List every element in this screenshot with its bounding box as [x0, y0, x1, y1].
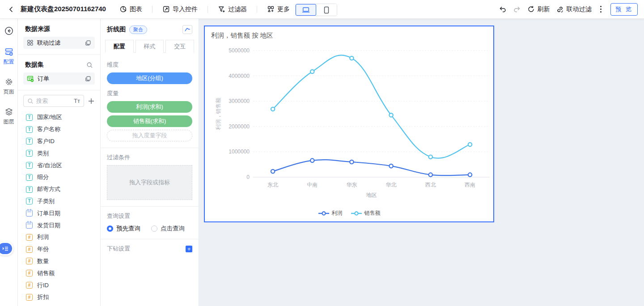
measure-pill[interactable]: 利润(求和): [107, 101, 192, 113]
field-row[interactable]: T国家/地区: [18, 111, 100, 123]
search-icon[interactable]: [86, 62, 93, 68]
component-grid-icon: [27, 39, 34, 46]
legend-marker-icon: [318, 211, 330, 216]
funnel-plus-icon: [218, 5, 225, 13]
undo-icon: [499, 5, 507, 13]
number-field-icon: #: [26, 234, 33, 241]
field-search-box[interactable]: Tᴛ: [23, 95, 84, 107]
switch-icon[interactable]: [85, 76, 91, 82]
data-point: [468, 173, 472, 176]
chart-type-label: 折线图: [107, 26, 126, 34]
rail-item-page[interactable]: 页面: [4, 77, 14, 96]
field-row[interactable]: #折扣: [18, 291, 100, 303]
dataset-table-icon: [27, 75, 34, 82]
chart-title: 利润，销售额 按 地区: [211, 31, 273, 40]
add-field-button[interactable]: [88, 98, 95, 105]
field-row[interactable]: #数量: [18, 255, 100, 268]
field-row[interactable]: T省/自治区: [18, 159, 100, 171]
data-point: [271, 107, 275, 111]
measure-pill[interactable]: 销售额(求和): [107, 115, 192, 127]
radio-pre-query[interactable]: 预先查询: [107, 225, 140, 233]
chart-type-picker-button[interactable]: [182, 25, 192, 34]
rail-item-config[interactable]: 配置: [4, 47, 14, 66]
field-row[interactable]: T子类别: [18, 196, 100, 208]
rail-item-layers[interactable]: 图层: [4, 107, 14, 126]
field-row[interactable]: T邮寄方式: [18, 183, 100, 196]
filter-drop-zone: 拖入字段或指标: [107, 165, 192, 200]
dataset-title: 数据集: [18, 55, 100, 72]
import-widget-button[interactable]: 导入控件: [157, 4, 203, 15]
mobile-view-button[interactable]: [316, 4, 337, 16]
y-axis-name: 利润，销售额: [215, 98, 221, 131]
link-filter-button[interactable]: 联动过滤: [556, 5, 591, 13]
field-row[interactable]: T细分: [18, 171, 100, 183]
dimension-pill[interactable]: 地区(分组): [107, 72, 192, 84]
y-tick-label: 3000000: [229, 98, 250, 104]
redo-button[interactable]: [513, 5, 521, 13]
back-button[interactable]: [6, 4, 16, 14]
text-field-icon: T: [26, 174, 33, 181]
device-toggle: [295, 4, 337, 16]
divider: [101, 148, 199, 148]
x-tick-label: 中南: [307, 182, 318, 188]
pie-chart-icon: [119, 5, 127, 13]
number-field-icon: #: [26, 258, 33, 264]
preview-button[interactable]: 预 览: [610, 3, 638, 16]
field-row[interactable]: T客户名称: [18, 123, 100, 136]
legend-marker-icon: [351, 211, 362, 216]
field-row[interactable]: #年份: [18, 243, 100, 255]
dataset-item[interactable]: 订单: [23, 72, 95, 85]
data-point: [310, 70, 314, 73]
chart-menu-button[interactable]: 图表: [114, 4, 148, 15]
measure-title: 度量: [107, 89, 192, 98]
text-field-icon: T: [26, 114, 33, 121]
switch-icon[interactable]: [85, 40, 91, 46]
date-field-icon: [26, 222, 33, 229]
legend-item-profit[interactable]: 利润: [318, 209, 343, 217]
tab-interaction[interactable]: 交互: [165, 40, 194, 53]
text-size-icon[interactable]: Tᴛ: [74, 98, 80, 104]
tab-style[interactable]: 样式: [136, 40, 164, 53]
radio-dot: [151, 225, 157, 232]
field-row[interactable]: 订单日期: [18, 207, 100, 219]
field-row[interactable]: T客户ID: [18, 136, 100, 148]
top-toolbar: 新建仪表盘20250701162740 图表 导入控件 过滤器: [0, 0, 644, 19]
desktop-view-button[interactable]: [296, 4, 316, 16]
dashboard-canvas[interactable]: 利润，销售额 按 地区 0100000020000003000000400000…: [199, 19, 644, 306]
x-tick-label: 华北: [386, 182, 397, 188]
more-widgets-button[interactable]: 更多: [262, 4, 295, 15]
tab-config[interactable]: 配置: [105, 40, 134, 53]
data-point: [429, 155, 432, 159]
data-point: [468, 143, 472, 146]
series-line-利润: [273, 160, 470, 175]
add-drill-button[interactable]: +: [186, 246, 192, 252]
data-source-title: 数据来源: [18, 19, 100, 37]
mobile-panel-toggle-button[interactable]: [0, 242, 13, 255]
undo-button[interactable]: [499, 5, 507, 13]
toolbar-separator: [257, 6, 257, 13]
field-row[interactable]: 发货日期: [18, 219, 100, 231]
text-field-icon: T: [26, 198, 33, 204]
data-source-item[interactable]: 联动过滤: [23, 37, 95, 49]
field-row[interactable]: #行ID: [18, 279, 100, 291]
more-actions-menu[interactable]: [597, 4, 604, 14]
radio-click-query[interactable]: 点击查询: [151, 225, 185, 233]
refresh-button[interactable]: 刷新: [527, 5, 550, 13]
field-list: T国家/地区 T客户名称 T客户ID T类别 T省/自治区 T细分 T邮寄方式 …: [18, 110, 100, 303]
legend-item-sales[interactable]: 销售额: [351, 209, 381, 217]
collapse-panel-button[interactable]: [4, 26, 14, 36]
y-tick-label: 5000000: [229, 47, 250, 54]
chevron-left-icon: [8, 6, 15, 13]
filter-widget-button[interactable]: 过滤器: [212, 4, 252, 15]
import-widget-icon: [162, 5, 170, 13]
date-field-icon: [26, 210, 33, 217]
x-tick-label: 西南: [465, 182, 475, 188]
filter-title: 过滤条件: [107, 153, 192, 162]
field-row[interactable]: #利润: [18, 231, 100, 243]
mobile-icon: [324, 6, 329, 14]
field-row[interactable]: #销售额: [18, 267, 100, 279]
field-row[interactable]: T类别: [18, 147, 100, 159]
line-chart-widget[interactable]: 利润，销售额 按 地区 0100000020000003000000400000…: [204, 26, 494, 222]
list-arrow-icon: [2, 246, 9, 252]
field-search-input[interactable]: [36, 98, 71, 104]
